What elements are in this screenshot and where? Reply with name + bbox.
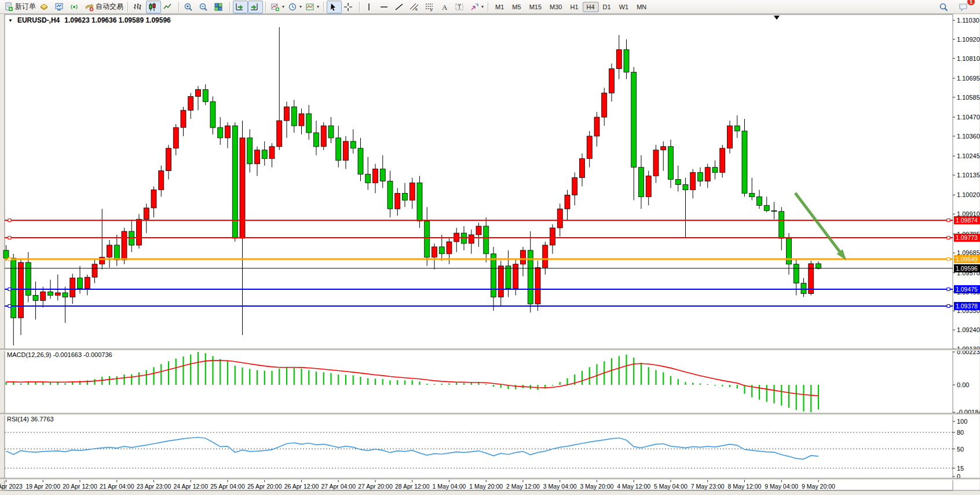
chart-title: ▼ EURUSD-,H4 1.09623 1.09636 1.09589 1.0…: [8, 16, 171, 24]
timeframe-d1-button[interactable]: D1: [599, 2, 615, 12]
date-tick-label: 19 Apr 20:00: [25, 483, 60, 490]
candle-body: [358, 148, 363, 174]
candle-body: [668, 147, 674, 180]
data-window-button[interactable]: [38, 1, 53, 13]
chart-menu-icon[interactable]: ▼: [8, 18, 13, 23]
templates-button[interactable]: ▾: [303, 1, 321, 13]
price-tick-label: 1.10695: [957, 75, 980, 82]
timeframe-m30-button[interactable]: M30: [546, 2, 566, 12]
metaeditor-button[interactable]: [53, 1, 68, 13]
rsi-axis-label: 100: [957, 418, 967, 425]
candle-body: [616, 50, 621, 69]
candle-body: [469, 235, 474, 243]
timeframe-w1-button[interactable]: W1: [615, 2, 633, 12]
line-handle: [947, 219, 950, 221]
candlestick-button[interactable]: [146, 1, 161, 13]
candle-body: [114, 245, 119, 260]
zoom-out-button[interactable]: [197, 1, 212, 13]
candle-body: [19, 263, 24, 318]
bar-chart-button[interactable]: [131, 1, 146, 13]
date-tick-label: 27 Apr 20:00: [358, 483, 393, 490]
candle-body: [232, 126, 237, 238]
line-handle: [8, 258, 11, 261]
candle-body: [92, 264, 97, 277]
candle-body: [543, 245, 548, 268]
date-tick-label: 25 Apr 20:00: [247, 483, 282, 490]
cursor-button[interactable]: [327, 1, 342, 13]
search-icon: [939, 2, 948, 12]
arrows-icon: [470, 2, 479, 12]
crosshair-button[interactable]: [342, 1, 357, 13]
tile-windows-button[interactable]: [212, 1, 227, 13]
text-label-button[interactable]: T: [453, 1, 468, 13]
autotrading-button[interactable]: 自动交易: [83, 1, 125, 13]
zoom-in-button[interactable]: [182, 1, 197, 13]
date-tick-label: 21 Apr 04:00: [100, 483, 134, 490]
text-button[interactable]: A: [438, 1, 453, 13]
timeframe-m1-button[interactable]: M1: [491, 2, 508, 12]
candle-body: [262, 150, 267, 159]
candle-body: [521, 250, 526, 264]
toolbar-separator: [323, 2, 324, 12]
candle-body: [70, 278, 75, 297]
candle-body: [63, 293, 68, 297]
timeframe-h4-button[interactable]: H4: [583, 2, 599, 12]
templates-icon: [305, 2, 315, 12]
date-tick-label: 3 May 04:00: [543, 483, 577, 490]
candle-body: [247, 138, 253, 164]
timeframe-m15-button[interactable]: M15: [525, 2, 546, 12]
candle-body: [764, 205, 769, 210]
candle-body: [210, 101, 215, 128]
candle-body: [594, 117, 599, 136]
candle-body: [144, 208, 149, 219]
timeframe-h1-button[interactable]: H1: [566, 2, 582, 12]
candle-body: [639, 168, 644, 197]
candle-body: [565, 195, 570, 209]
fibonacci-icon: F: [425, 2, 434, 12]
candle-body: [690, 173, 696, 190]
indicators-button[interactable]: ▾: [269, 1, 286, 13]
candle-body: [675, 180, 681, 185]
candle-body: [284, 107, 290, 121]
channel-button[interactable]: E: [408, 1, 423, 13]
candle-body: [277, 121, 282, 147]
timeframe-m5-button[interactable]: M5: [508, 2, 525, 12]
timeframe-mn-button[interactable]: MN: [632, 2, 650, 12]
candle-body: [78, 278, 83, 289]
signals-button[interactable]: [68, 1, 83, 13]
arrows-button[interactable]: ▾: [468, 1, 485, 13]
new-order-button[interactable]: 新订单: [2, 1, 38, 13]
search-button[interactable]: [937, 1, 952, 13]
candle-body: [314, 133, 319, 147]
candle-body: [181, 110, 186, 128]
line-handle: [947, 258, 950, 261]
fibonacci-button[interactable]: F: [423, 1, 438, 13]
candle-body: [801, 283, 806, 294]
line-chart-button[interactable]: [161, 1, 176, 13]
chevron-down-icon: ▾: [282, 4, 284, 9]
rsi-axis-label: 50: [957, 446, 964, 453]
chat-button[interactable]: 1: [957, 1, 972, 13]
vertical-line-button[interactable]: [363, 1, 378, 13]
chart-shift-button[interactable]: [248, 1, 263, 13]
toolbar-separator: [127, 2, 129, 12]
candle-body: [771, 210, 777, 212]
trend-line-button[interactable]: [393, 1, 408, 13]
line-price-tag-label: 1.09475: [956, 286, 978, 293]
toolbar-separator: [359, 2, 360, 12]
svg-text:A: A: [442, 3, 448, 12]
candle-body: [328, 126, 334, 138]
candle-body: [122, 231, 127, 260]
candle-body: [55, 293, 60, 296]
periods-button[interactable]: ▾: [286, 1, 303, 13]
auto-scroll-button[interactable]: [233, 1, 248, 13]
date-tick-label: 19 Apr 2023: [0, 483, 23, 490]
chart-plot-area[interactable]: [5, 14, 953, 490]
date-tick-label: 27 Apr 04:00: [321, 483, 356, 490]
candle-body: [498, 266, 503, 297]
candle-body: [321, 126, 326, 147]
price-tick-label: 1.09240: [957, 326, 980, 333]
chart-canvas[interactable]: 1.110301.109201.108101.106951.105851.104…: [0, 14, 980, 495]
horizontal-line-button[interactable]: [378, 1, 393, 13]
price-tick-label: 1.10360: [957, 133, 980, 140]
